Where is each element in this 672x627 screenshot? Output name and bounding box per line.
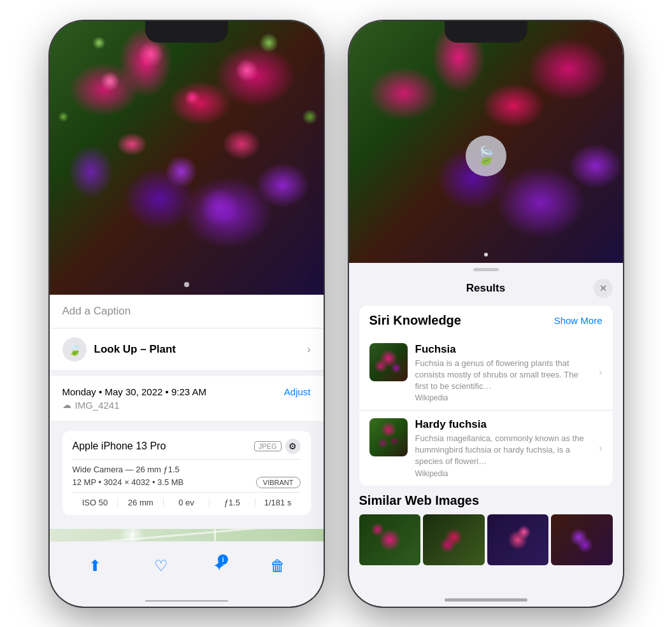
lookup-label: Look Up – Plant <box>94 343 176 356</box>
map-road-1 <box>50 529 323 542</box>
flower-detail-overlay <box>50 21 324 295</box>
knowledge-item-fuchsia[interactable]: Fuchsia Fuchsia is a genus of flowering … <box>359 335 613 411</box>
lookup-row[interactable]: 🍃 Look Up – Plant › <box>50 328 324 371</box>
adjust-button[interactable]: Adjust <box>284 386 311 397</box>
hardy-fuchsia-chevron-icon: › <box>599 442 602 454</box>
phone-notch <box>145 21 228 43</box>
lookup-icon-circle: 🍃 <box>62 337 87 362</box>
exif-ev: 0 ev <box>164 498 210 507</box>
left-phone: Add a Caption 🍃 Look Up – Plant › Monday… <box>50 21 324 607</box>
info-section: Monday • May 30, 2022 • 9:23 AM Adjust ☁… <box>50 376 324 421</box>
siri-knowledge-section: Siri Knowledge Show More Fuchsia Fuchsia… <box>359 306 613 486</box>
photo-indicator-dot <box>184 282 189 287</box>
location-row: ☁ IMG_4241 <box>62 400 311 411</box>
web-images-section: Similar Web Images <box>359 493 613 565</box>
web-image-4[interactable] <box>551 514 613 565</box>
jpeg-badge: JPEG <box>254 441 282 451</box>
results-panel: Results ✕ Siri Knowledge Show More Fuchs… <box>349 263 623 596</box>
home-indicator[interactable] <box>145 600 228 601</box>
info-badge: i <box>218 554 228 565</box>
device-header: Apple iPhone 13 Pro JPEG ⚙ <box>73 439 301 460</box>
siri-leaf-icon: 🍃 <box>475 145 497 166</box>
close-button[interactable]: ✕ <box>594 279 613 298</box>
siri-dot-indicator <box>484 253 488 257</box>
exif-row: ISO 50 26 mm 0 ev ƒ1.5 1/181 s <box>73 492 301 507</box>
map-road-3 <box>214 529 216 542</box>
web-image-1[interactable] <box>359 514 421 565</box>
date-text: Monday • May 30, 2022 • 9:23 AM <box>62 386 206 397</box>
drag-handle[interactable] <box>473 268 499 271</box>
knowledge-title: Siri Knowledge <box>369 313 461 328</box>
vibrant-badge: VIBRANT <box>256 477 301 488</box>
fuchsia-description: Fuchsia is a genus of flowering plants t… <box>415 358 592 393</box>
exif-iso: ISO 50 <box>73 498 118 507</box>
exif-aperture: ƒ1.5 <box>210 498 255 507</box>
info-button-wrapper[interactable]: ✦ i <box>213 557 225 575</box>
caption-placeholder[interactable]: Add a Caption <box>62 305 131 317</box>
hardy-fuchsia-thumbnail <box>369 418 408 456</box>
device-badges: JPEG ⚙ <box>254 439 301 454</box>
filename-text: IMG_4241 <box>75 400 120 411</box>
web-images-row <box>359 514 613 565</box>
hardy-fuchsia-source: Wikipedia <box>415 469 592 478</box>
siri-visual-lookup-button[interactable]: 🍃 <box>466 136 506 176</box>
knowledge-header: Siri Knowledge Show More <box>359 306 613 335</box>
fuchsia-name: Fuchsia <box>415 343 592 356</box>
fuchsia-thumbnail <box>369 343 408 381</box>
delete-button[interactable]: 🗑 <box>264 552 292 580</box>
right-phone-notch <box>445 21 527 43</box>
results-header: Results ✕ <box>349 274 623 306</box>
camera-specs: Wide Camera — 26 mm ƒ1.5 <box>73 465 301 474</box>
results-photo: 🍃 <box>349 21 623 263</box>
device-row: Apple iPhone 13 Pro JPEG ⚙ Wide Camera —… <box>62 431 311 515</box>
hardy-fuchsia-content: Hardy fuchsia Fuchsia magellanica, commo… <box>415 418 592 478</box>
results-title: Results <box>378 282 594 295</box>
hardy-fuchsia-description: Fuchsia magellanica, commonly known as t… <box>415 433 592 468</box>
map-section[interactable] <box>50 529 324 542</box>
leaf-icon: 🍃 <box>68 342 82 356</box>
knowledge-item-hardy-fuchsia[interactable]: Hardy fuchsia Fuchsia magellanica, commo… <box>359 411 613 486</box>
exif-shutter: 1/181 s <box>255 498 301 507</box>
map-roads <box>50 529 324 542</box>
caption-area[interactable]: Add a Caption <box>50 295 324 328</box>
web-images-title: Similar Web Images <box>359 493 613 508</box>
fuchsia-chevron-icon: › <box>599 367 602 378</box>
hardy-fuchsia-name: Hardy fuchsia <box>415 418 592 431</box>
file-specs: 12 MP • 3024 × 4032 • 3.5 MB <box>73 477 184 487</box>
device-section: Apple iPhone 13 Pro JPEG ⚙ Wide Camera —… <box>50 422 324 524</box>
share-button[interactable]: ⬆ <box>81 552 109 580</box>
favorite-button[interactable]: ♡ <box>147 552 175 580</box>
specs-row: 12 MP • 3024 × 4032 • 3.5 MB VIBRANT <box>73 477 301 488</box>
phone-screen: Add a Caption 🍃 Look Up – Plant › Monday… <box>50 21 324 607</box>
date-row: Monday • May 30, 2022 • 9:23 AM Adjust <box>62 386 311 397</box>
web-image-3[interactable] <box>487 514 549 565</box>
cloud-icon: ☁ <box>62 400 71 410</box>
show-more-button[interactable]: Show More <box>554 315 603 326</box>
right-phone-screen: 🍃 Results ✕ Siri Knowledge Show More <box>349 21 623 607</box>
exif-focal: 26 mm <box>118 498 164 507</box>
fuchsia-source: Wikipedia <box>415 393 592 402</box>
fuchsia-content: Fuchsia Fuchsia is a genus of flowering … <box>415 343 592 403</box>
right-home-indicator[interactable] <box>445 598 527 602</box>
right-phone: 🍃 Results ✕ Siri Knowledge Show More <box>349 21 623 607</box>
device-name: Apple iPhone 13 Pro <box>73 440 166 452</box>
bottom-toolbar: ⬆ ♡ ✦ i 🗑 <box>50 541 324 598</box>
photo-display[interactable] <box>50 21 324 295</box>
gear-icon-button[interactable]: ⚙ <box>285 439 301 454</box>
lookup-chevron-icon: › <box>307 344 310 355</box>
web-image-2[interactable] <box>423 514 485 565</box>
